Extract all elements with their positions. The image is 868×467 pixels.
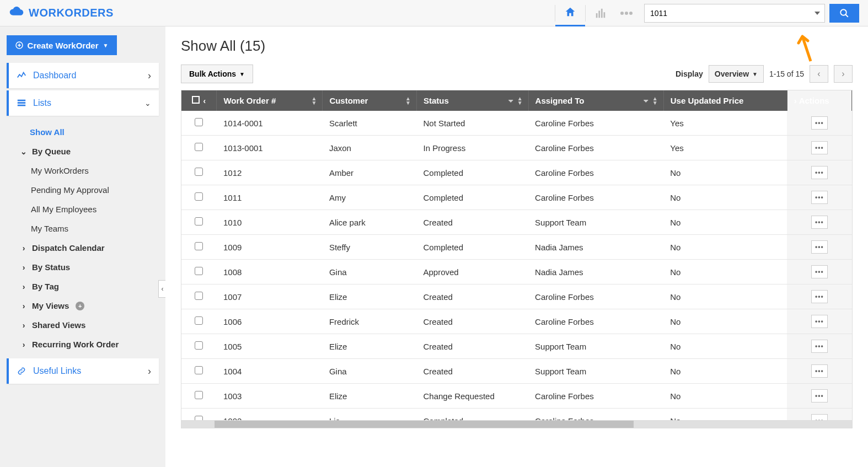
header-workorder[interactable]: Work Order #▲▼: [217, 90, 323, 111]
create-workorder-button[interactable]: Create WorkOrder ▼: [7, 35, 117, 55]
table-row[interactable]: 1013-0001JaxonIn ProgressCaroline Forbes…: [181, 136, 852, 160]
row-checkbox[interactable]: [195, 118, 203, 126]
cell-workorder: 1011: [217, 185, 323, 210]
row-checkbox[interactable]: [195, 168, 203, 176]
row-checkbox[interactable]: [195, 292, 203, 300]
cell-assigned: Caroline Forbes: [528, 409, 663, 421]
row-checkbox[interactable]: [195, 416, 203, 421]
row-actions-button[interactable]: •••: [811, 216, 828, 229]
chevron-right-icon: ›: [148, 366, 151, 377]
cell-status: Completed: [416, 185, 528, 210]
cell-assigned: Caroline Forbes: [528, 111, 663, 136]
search-input[interactable]: [644, 4, 810, 23]
sidebar-item-dispatch-calendar[interactable]: › Dispatch Calendar: [9, 238, 159, 257]
header-price[interactable]: Use Updated Price: [663, 90, 787, 111]
row-actions-button[interactable]: •••: [811, 240, 828, 254]
display-select[interactable]: Overview ▼: [709, 65, 764, 83]
sort-icon: ▲▼: [517, 96, 523, 105]
cell-customer: Scarlett: [323, 111, 417, 136]
row-actions-button[interactable]: •••: [811, 191, 828, 204]
nav-useful-links[interactable]: Useful Links ›: [7, 358, 159, 384]
sidebar-item-recurring[interactable]: › Recurring Work Order: [9, 335, 159, 354]
nav-lists[interactable]: Lists ⌄: [7, 90, 159, 116]
sidebar-item-by-tag[interactable]: › By Tag: [9, 277, 159, 296]
header-checkbox[interactable]: ‹: [181, 90, 217, 111]
sidebar-item-my-teams[interactable]: My Teams: [9, 219, 159, 238]
cell-workorder: 1002: [217, 409, 323, 421]
cell-workorder: 1003: [217, 384, 323, 409]
sidebar-item-show-all[interactable]: Show All: [9, 122, 159, 142]
row-actions-button[interactable]: •••: [811, 116, 828, 130]
row-checkbox[interactable]: [195, 217, 203, 226]
more-icon[interactable]: [615, 0, 637, 26]
horizontal-scrollbar[interactable]: [181, 421, 853, 428]
cell-customer: Amber: [323, 160, 417, 185]
row-checkbox[interactable]: [195, 192, 203, 201]
row-actions-button[interactable]: •••: [811, 364, 828, 378]
add-icon[interactable]: +: [76, 302, 84, 310]
table-row[interactable]: 1010Alice parkCreatedSupport TeamNo•••: [181, 210, 852, 235]
sidebar-item-by-queue[interactable]: ⌄ By Queue: [9, 142, 159, 161]
table-row[interactable]: 1005ElizeCreatedSupport TeamNo•••: [181, 334, 852, 359]
chevron-right-icon[interactable]: ›: [794, 96, 797, 105]
create-workorder-label: Create WorkOrder: [28, 41, 99, 50]
sidebar-item-pending-approval[interactable]: Pending My Approval: [9, 180, 159, 200]
table-row[interactable]: 1011AmyCompletedCaroline ForbesNo•••: [181, 185, 852, 210]
cell-assigned: Caroline Forbes: [528, 160, 663, 185]
svg-rect-13: [18, 102, 25, 104]
sidebar-item-shared-views[interactable]: › Shared Views: [9, 315, 159, 335]
cell-status: Created: [416, 309, 528, 334]
row-actions-button[interactable]: •••: [811, 265, 828, 278]
prev-page-button[interactable]: ‹: [810, 65, 828, 83]
row-checkbox[interactable]: [195, 143, 203, 151]
sidebar-item-my-workorders[interactable]: My WorkOrders: [9, 161, 159, 180]
header-assigned[interactable]: Assigned To⏷▲▼: [528, 90, 663, 111]
row-actions-button[interactable]: •••: [811, 414, 828, 421]
row-actions-button[interactable]: •••: [811, 290, 828, 303]
row-actions-button[interactable]: •••: [811, 340, 828, 353]
table-row[interactable]: 1007ElizeCreatedCaroline ForbesNo•••: [181, 285, 852, 309]
row-checkbox[interactable]: [195, 316, 203, 325]
row-checkbox[interactable]: [195, 242, 203, 250]
row-checkbox[interactable]: [195, 267, 203, 275]
row-actions-button[interactable]: •••: [811, 166, 828, 179]
sidebar-item-my-views[interactable]: › My Views +: [9, 296, 159, 315]
cell-status: Created: [416, 334, 528, 359]
table-row[interactable]: 1009SteffyCompletedNadia JamesNo•••: [181, 235, 852, 260]
logo[interactable]: WORKORDERS: [9, 7, 114, 20]
app-header: WORKORDERS: [0, 0, 868, 26]
main-content: Show All (15) Bulk Actions ▼ Display Ove…: [165, 26, 868, 467]
table-row[interactable]: 1004GinaCreatedSupport TeamNo•••: [181, 359, 852, 384]
table-row[interactable]: 1006FredrickCreatedCaroline ForbesNo•••: [181, 309, 852, 334]
table-row[interactable]: 1012AmberCompletedCaroline ForbesNo•••: [181, 160, 852, 185]
row-actions-button[interactable]: •••: [811, 141, 828, 154]
bulk-actions-button[interactable]: Bulk Actions ▼: [181, 65, 253, 83]
cloud-icon: [9, 7, 24, 20]
row-actions-button[interactable]: •••: [811, 315, 828, 328]
table-row[interactable]: 1008GinaApprovedNadia JamesNo•••: [181, 260, 852, 285]
nav-dashboard[interactable]: Dashboard ›: [7, 63, 159, 88]
caret-down-icon: ▼: [752, 71, 758, 77]
home-icon[interactable]: [555, 0, 585, 26]
sidebar-item-by-status[interactable]: › By Status: [9, 257, 159, 277]
table-row[interactable]: 1002LiaCompletedCaroline ForbesNo•••: [181, 409, 852, 421]
search-button[interactable]: [829, 4, 859, 23]
sidebar-item-all-employees[interactable]: All My Employees: [9, 200, 159, 219]
row-checkbox[interactable]: [195, 391, 203, 399]
chart-icon[interactable]: [586, 0, 615, 26]
next-page-button[interactable]: ›: [834, 65, 853, 83]
table-row[interactable]: 1003ElizeChange RequestedCaroline Forbes…: [181, 384, 852, 409]
table-row[interactable]: 1014-0001ScarlettNot StartedCaroline For…: [181, 111, 852, 136]
row-checkbox[interactable]: [195, 366, 203, 374]
search-dropdown[interactable]: [810, 4, 825, 23]
cell-price: No: [663, 359, 787, 384]
cell-status: Created: [416, 285, 528, 309]
header-status[interactable]: Status⏷▲▼: [416, 90, 528, 111]
sidebar-collapse[interactable]: ‹: [158, 280, 166, 298]
filter-icon[interactable]: ⏷: [508, 98, 514, 104]
collapse-icon[interactable]: ‹: [203, 96, 206, 105]
header-customer[interactable]: Customer▲▼: [323, 90, 417, 111]
row-actions-button[interactable]: •••: [811, 389, 828, 402]
filter-icon[interactable]: ⏷: [643, 98, 649, 104]
row-checkbox[interactable]: [195, 341, 203, 350]
